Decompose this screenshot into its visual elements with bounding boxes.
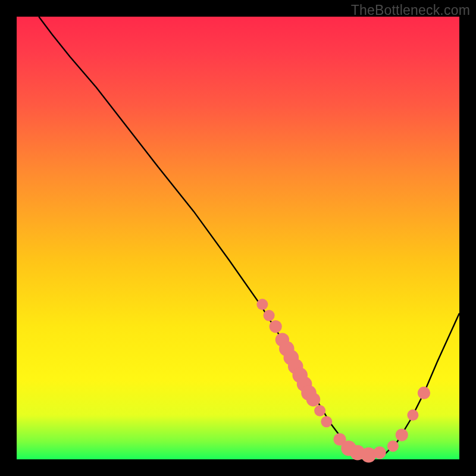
chart-frame: TheBottleneck.com bbox=[0, 0, 476, 476]
data-point bbox=[387, 440, 399, 452]
data-point bbox=[396, 429, 408, 441]
curve-line bbox=[39, 17, 459, 455]
chart-overlay bbox=[17, 17, 459, 459]
data-point bbox=[306, 393, 320, 406]
data-point bbox=[314, 405, 325, 416]
watermark-text: TheBottleneck.com bbox=[351, 2, 470, 18]
data-point bbox=[270, 320, 282, 333]
data-point bbox=[407, 409, 418, 421]
curve-markers bbox=[256, 299, 430, 462]
data-point bbox=[374, 446, 386, 459]
data-point bbox=[321, 416, 332, 427]
data-point bbox=[264, 310, 275, 321]
data-point bbox=[256, 299, 268, 310]
data-point bbox=[418, 387, 430, 399]
